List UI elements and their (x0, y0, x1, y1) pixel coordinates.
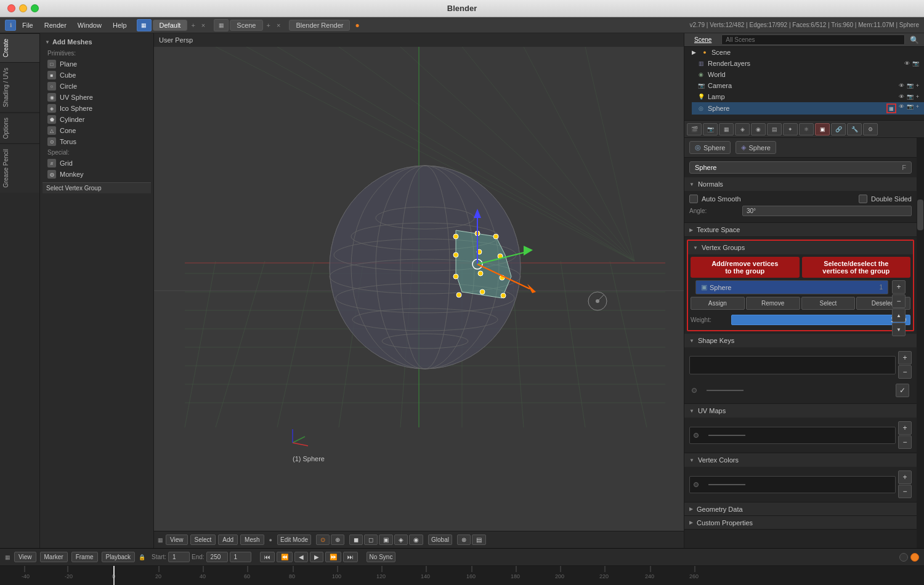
vc-remove-btn[interactable]: − (898, 485, 912, 498)
mesh-uvsphere[interactable]: ◉ UV Sphere (43, 92, 151, 103)
select-vertex-group[interactable]: Select Vertex Group (43, 182, 151, 193)
mesh-name-field[interactable]: Sphere F (689, 161, 912, 174)
play-btn[interactable]: ▶ (310, 552, 323, 562)
texture-space-header[interactable]: Texture Space (684, 223, 917, 236)
sk-remove-btn[interactable]: − (898, 365, 912, 379)
sphere-render-icon[interactable]: 📷 (907, 103, 914, 113)
maximize-button[interactable] (31, 4, 39, 12)
shape-keys-header[interactable]: Shape Keys (684, 334, 917, 347)
double-sided-check[interactable] (859, 195, 867, 203)
mesh-menu[interactable]: Mesh (240, 535, 264, 545)
sk-add-btn[interactable]: + (898, 351, 912, 365)
geometry-data-section[interactable]: Geometry Data (684, 502, 917, 516)
scene-add[interactable]: + (264, 20, 273, 30)
sidebar-tab-grease-pencil[interactable]: Grease Pencil (0, 143, 39, 193)
material-view[interactable]: ◈ (394, 535, 408, 545)
mesh-cube[interactable]: ■ Cube (43, 70, 151, 81)
tl-view-btn[interactable]: View (14, 552, 36, 562)
sidebar-tab-options[interactable]: Options (0, 112, 39, 143)
props-mesh[interactable]: ◈ (735, 123, 750, 135)
sk-extra-btn[interactable]: ✓ (896, 384, 909, 397)
sync-selector[interactable]: No Sync (367, 552, 396, 562)
custom-properties-section[interactable]: Custom Properties (684, 516, 917, 530)
weight-field[interactable]: 1.000 (731, 315, 910, 325)
tl-playback-btn[interactable]: Playback (102, 552, 136, 562)
wire-view[interactable]: ◻ (364, 535, 378, 545)
edit-mode-selector[interactable]: Edit Mode (277, 535, 311, 545)
uv-add-btn[interactable]: + (898, 421, 912, 435)
menu-help[interactable]: Help (108, 20, 132, 30)
cam-extra-icon[interactable]: + (916, 83, 919, 89)
scrollbar-thumb[interactable] (917, 200, 923, 230)
right-scrollbar[interactable] (917, 138, 924, 548)
add-menu[interactable]: Add (218, 535, 238, 545)
render-view[interactable]: ◉ (409, 535, 423, 545)
render-vis-icon[interactable]: 📷 (912, 60, 919, 67)
mesh-torus[interactable]: ⊙ Torus (43, 136, 151, 147)
sphere-extra-icon[interactable]: + (916, 103, 919, 113)
props-modifiers[interactable]: 🔧 (847, 123, 862, 135)
timeline-ticks[interactable]: -40 -20 0 20 40 60 80 100 120 140 (0, 566, 924, 585)
step-back-btn[interactable]: ⏪ (277, 552, 293, 562)
mesh-cone[interactable]: △ Cone (43, 125, 151, 136)
props-material[interactable]: ◉ (751, 123, 766, 135)
transform-selector[interactable]: Global (428, 535, 452, 545)
scene-close[interactable]: × (274, 20, 283, 30)
uv-maps-header[interactable]: UV Maps (684, 404, 917, 418)
viewport[interactable]: User Persp (154, 33, 684, 548)
outliner-lamp[interactable]: 💡 Lamp 👁 📷 + (692, 91, 924, 102)
menu-file[interactable]: File (17, 20, 38, 30)
props-render[interactable]: 📷 (703, 123, 718, 135)
vg-up-btn[interactable]: ▲ (892, 309, 906, 322)
outliner-world[interactable]: ◉ World (692, 69, 924, 80)
step-fwd-btn[interactable]: ⏩ (325, 552, 341, 562)
props-data[interactable]: ▣ (815, 123, 830, 135)
sphere-mesh-btn-2[interactable]: ◈ Sphere (736, 141, 776, 154)
vg-remove-btn[interactable]: − (892, 294, 906, 308)
camera-vis-icon[interactable]: 👁 (904, 60, 910, 67)
end-frame[interactable]: 250 (206, 552, 228, 562)
props-texture[interactable]: ▤ (767, 123, 782, 135)
props-constraints[interactable]: 🔗 (831, 123, 846, 135)
tl-marker-btn[interactable]: Marker (40, 552, 68, 562)
vertex-groups-header[interactable]: Vertex Groups (688, 241, 913, 254)
workspace-add[interactable]: + (188, 20, 197, 30)
texture-view[interactable]: ▣ (379, 535, 393, 545)
mesh-monkey[interactable]: ◍ Monkey (43, 169, 151, 180)
lamp-eye-icon[interactable]: 👁 (899, 94, 904, 100)
scene-search-icon[interactable]: 🔍 (910, 36, 919, 44)
cam-render-icon[interactable]: 📷 (907, 83, 914, 89)
sphere-eye-icon[interactable]: 👁 (899, 103, 904, 113)
current-frame[interactable]: 1 (230, 552, 251, 562)
outliner-renderlayers[interactable]: ▥ RenderLayers 👁 📷 (692, 58, 924, 69)
vg-item-sphere[interactable]: ▣ Sphere 1 (696, 281, 888, 294)
uv-remove-btn[interactable]: − (898, 435, 912, 449)
jump-end-btn[interactable]: ⏭ (343, 552, 358, 562)
mesh-icosphere[interactable]: ◈ Ico Sphere (43, 103, 151, 114)
outliner-sphere[interactable]: ◎ Sphere ▦ 👁 📷 + (692, 102, 924, 115)
sphere-mesh-btn-1[interactable]: ◎ Sphere (689, 141, 731, 154)
lamp-extra-icon[interactable]: + (916, 94, 919, 100)
mesh-plane[interactable]: □ Plane (43, 58, 151, 70)
snap-btn[interactable]: ⊙ (316, 535, 330, 545)
viewport-canvas[interactable]: (1) Sphere (154, 33, 684, 548)
select-btn[interactable]: Select (801, 297, 856, 310)
workspace-tab-default[interactable]: Default (153, 20, 188, 31)
solid-view[interactable]: ◼ (349, 535, 363, 545)
prop-edit-btn[interactable]: ⊗ (457, 535, 471, 545)
play-back-btn[interactable]: ◀ (294, 552, 308, 562)
normals-header[interactable]: Normals (684, 177, 917, 191)
angle-field[interactable]: 30° (742, 206, 912, 216)
props-object[interactable]: ▦ (719, 123, 734, 135)
sidebar-tab-shading[interactable]: Shading / UVs (0, 62, 39, 112)
outliner-scene[interactable]: ▶ ● Scene (684, 47, 924, 58)
vg-add-btn[interactable]: + (892, 280, 906, 294)
close-button[interactable] (7, 4, 15, 12)
engine-selector[interactable]: Blender Render (289, 20, 350, 31)
mesh-circle[interactable]: ○ Circle (43, 81, 151, 92)
cam-eye-icon[interactable]: 👁 (899, 83, 904, 89)
scene-search[interactable] (721, 34, 905, 45)
vertex-colors-header[interactable]: Vertex Colors (684, 453, 917, 467)
jump-start-btn[interactable]: ⏮ (260, 552, 275, 562)
layer-btn[interactable]: ▤ (472, 535, 486, 545)
